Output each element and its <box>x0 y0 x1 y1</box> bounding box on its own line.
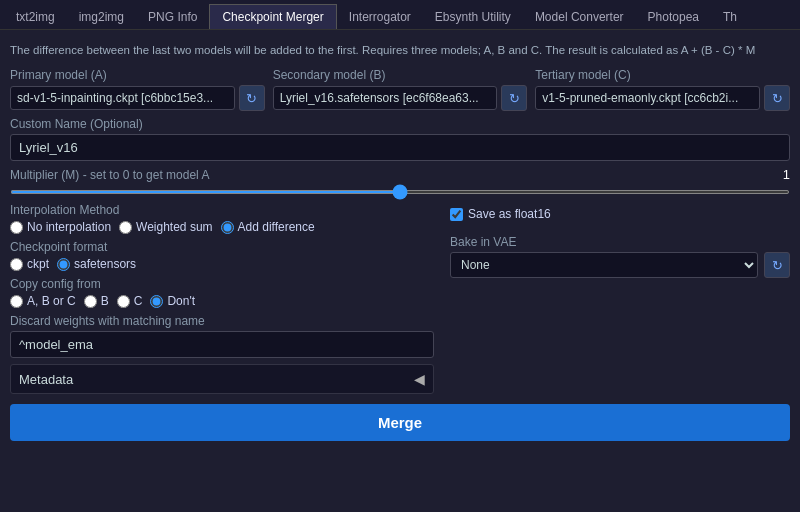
right-col: Save as float16 Bake in VAE None ↻ <box>450 203 790 394</box>
copy-config-label: Copy config from <box>10 277 434 291</box>
secondary-model-select[interactable]: Lyriel_v16.safetensors [ec6f68ea63... <box>273 86 498 110</box>
radio-weighted-sum-label: Weighted sum <box>136 220 212 234</box>
multiplier-label: Multiplier (M) - set to 0 to get model A <box>10 168 762 182</box>
custom-name-label: Custom Name (Optional) <box>10 117 790 131</box>
interpolation-add-difference[interactable]: Add difference <box>221 220 315 234</box>
primary-model-refresh-button[interactable]: ↻ <box>239 85 265 111</box>
save-float16-checkbox[interactable] <box>450 208 463 221</box>
radio-no-interpolation[interactable] <box>10 221 23 234</box>
tab-png-info[interactable]: PNG Info <box>136 4 209 29</box>
model-row: Primary model (A) sd-v1-5-inpainting.ckp… <box>10 68 790 111</box>
bake-vae-label: Bake in VAE <box>450 235 790 249</box>
tertiary-model-refresh-button[interactable]: ↻ <box>764 85 790 111</box>
radio-copy-c-label: C <box>134 294 143 308</box>
secondary-model-label: Secondary model (B) <box>273 68 528 82</box>
multiplier-slider[interactable] <box>10 190 790 194</box>
tertiary-model-label: Tertiary model (C) <box>535 68 790 82</box>
bake-vae-select[interactable]: None <box>450 252 758 278</box>
left-col: Interpolation Method No interpolation We… <box>10 203 434 394</box>
radio-copy-b[interactable] <box>84 295 97 308</box>
radio-copy-b-label: B <box>101 294 109 308</box>
tertiary-model-select[interactable]: v1-5-pruned-emaonly.ckpt [cc6cb2i... <box>535 86 760 110</box>
bake-vae-refresh-button[interactable]: ↻ <box>764 252 790 278</box>
interpolation-section: Interpolation Method No interpolation We… <box>10 203 434 234</box>
main-content: The difference between the last two mode… <box>0 30 800 512</box>
metadata-label: Metadata <box>19 372 73 387</box>
radio-ckpt[interactable] <box>10 258 23 271</box>
tab-model-converter[interactable]: Model Converter <box>523 4 636 29</box>
checkpoint-format-section: Checkpoint format ckpt safetensors <box>10 240 434 271</box>
radio-weighted-sum[interactable] <box>119 221 132 234</box>
radio-copy-dont[interactable] <box>150 295 163 308</box>
radio-copy-abc[interactable] <box>10 295 23 308</box>
multiplier-section: Multiplier (M) - set to 0 to get model A… <box>10 167 790 197</box>
tab-bar: txt2img img2img PNG Info Checkpoint Merg… <box>0 0 800 30</box>
tab-ebsynth-utility[interactable]: Ebsynth Utility <box>423 4 523 29</box>
multiplier-label-row: Multiplier (M) - set to 0 to get model A… <box>10 167 790 182</box>
vae-row: None ↻ <box>450 252 790 278</box>
multiplier-value: 1 <box>770 167 790 182</box>
primary-model-group: Primary model (A) sd-v1-5-inpainting.ckp… <box>10 68 265 111</box>
radio-copy-dont-label: Don't <box>167 294 195 308</box>
discard-weights-section: Discard weights with matching name <box>10 314 434 358</box>
radio-add-difference[interactable] <box>221 221 234 234</box>
tab-checkpoint-merger[interactable]: Checkpoint Merger <box>209 4 336 29</box>
tab-interrogator[interactable]: Interrogator <box>337 4 423 29</box>
checkpoint-format-label: Checkpoint format <box>10 240 434 254</box>
tertiary-model-group: Tertiary model (C) v1-5-pruned-emaonly.c… <box>535 68 790 111</box>
primary-model-select[interactable]: sd-v1-5-inpainting.ckpt [c6bbc15e3... <box>10 86 235 110</box>
tab-th[interactable]: Th <box>711 4 749 29</box>
copy-config-group: A, B or C B C Don't <box>10 294 434 308</box>
radio-copy-abc-label: A, B or C <box>27 294 76 308</box>
radio-safetensors-label: safetensors <box>74 257 136 271</box>
copy-config-b[interactable]: B <box>84 294 109 308</box>
radio-copy-c[interactable] <box>117 295 130 308</box>
discard-weights-input[interactable] <box>10 331 434 358</box>
radio-ckpt-label: ckpt <box>27 257 49 271</box>
metadata-arrow-icon: ◀ <box>414 371 425 387</box>
interpolation-label: Interpolation Method <box>10 203 434 217</box>
custom-name-section: Custom Name (Optional) <box>10 117 790 161</box>
copy-config-dont[interactable]: Don't <box>150 294 195 308</box>
metadata-row[interactable]: Metadata ◀ <box>10 364 434 394</box>
interpolation-radio-group: No interpolation Weighted sum Add differ… <box>10 220 434 234</box>
primary-model-label: Primary model (A) <box>10 68 265 82</box>
tab-txt2img[interactable]: txt2img <box>4 4 67 29</box>
interpolation-no-interpolation[interactable]: No interpolation <box>10 220 111 234</box>
info-text: The difference between the last two mode… <box>10 38 790 62</box>
slider-wrap <box>10 182 790 197</box>
lower-section: Interpolation Method No interpolation We… <box>10 203 790 394</box>
radio-no-interpolation-label: No interpolation <box>27 220 111 234</box>
checkpoint-format-group: ckpt safetensors <box>10 257 434 271</box>
radio-add-difference-label: Add difference <box>238 220 315 234</box>
format-safetensors[interactable]: safetensors <box>57 257 136 271</box>
custom-name-input[interactable] <box>10 134 790 161</box>
secondary-model-group: Secondary model (B) Lyriel_v16.safetenso… <box>273 68 528 111</box>
tertiary-model-select-wrap: v1-5-pruned-emaonly.ckpt [cc6cb2i... ↻ <box>535 85 790 111</box>
tab-img2img[interactable]: img2img <box>67 4 136 29</box>
bake-vae-section: Bake in VAE None ↻ <box>450 235 790 278</box>
copy-config-c[interactable]: C <box>117 294 143 308</box>
radio-safetensors[interactable] <box>57 258 70 271</box>
interpolation-weighted-sum[interactable]: Weighted sum <box>119 220 212 234</box>
save-float16-checkbox-label[interactable]: Save as float16 <box>450 207 790 221</box>
primary-model-select-wrap: sd-v1-5-inpainting.ckpt [c6bbc15e3... ↻ <box>10 85 265 111</box>
discard-weights-label: Discard weights with matching name <box>10 314 434 328</box>
merge-button[interactable]: Merge <box>10 404 790 441</box>
secondary-model-refresh-button[interactable]: ↻ <box>501 85 527 111</box>
save-float16-section: Save as float16 <box>450 207 790 221</box>
secondary-model-select-wrap: Lyriel_v16.safetensors [ec6f68ea63... ↻ <box>273 85 528 111</box>
copy-config-abc[interactable]: A, B or C <box>10 294 76 308</box>
copy-config-section: Copy config from A, B or C B C <box>10 277 434 308</box>
tab-photopea[interactable]: Photopea <box>636 4 711 29</box>
format-ckpt[interactable]: ckpt <box>10 257 49 271</box>
save-float16-label: Save as float16 <box>468 207 551 221</box>
